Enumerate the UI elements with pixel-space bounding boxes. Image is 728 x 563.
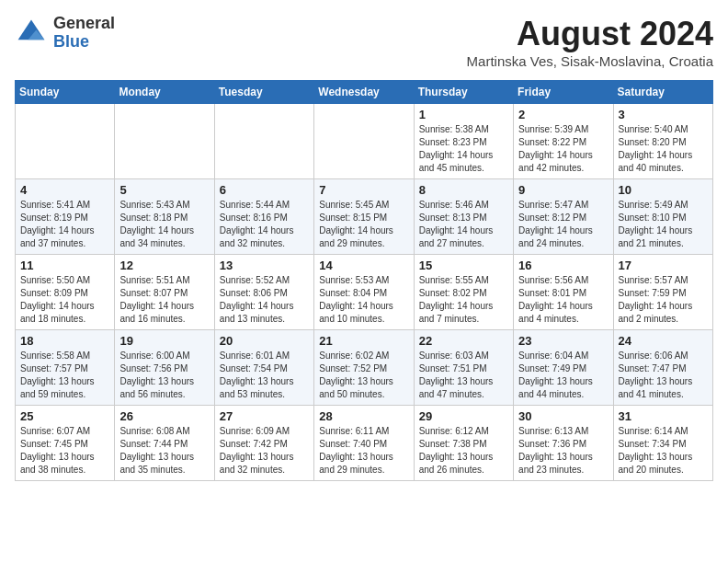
day-info: Sunrise: 5:47 AM Sunset: 8:12 PM Dayligh… <box>518 199 608 250</box>
calendar-cell: 21Sunrise: 6:02 AM Sunset: 7:52 PM Dayli… <box>314 330 414 406</box>
day-number: 13 <box>220 259 309 272</box>
day-info: Sunrise: 5:55 AM Sunset: 8:02 PM Dayligh… <box>419 274 508 326</box>
weekday-header-sunday: Sunday <box>16 81 115 104</box>
day-number: 2 <box>518 108 608 121</box>
weekday-header-monday: Monday <box>115 81 214 104</box>
day-number: 16 <box>518 259 608 272</box>
title-block: August 2024 Martinska Ves, Sisak-Moslavi… <box>467 15 713 69</box>
week-row-1: 1Sunrise: 5:38 AM Sunset: 8:23 PM Daylig… <box>16 104 713 179</box>
calendar-table: SundayMondayTuesdayWednesdayThursdayFrid… <box>15 80 713 481</box>
calendar-cell: 14Sunrise: 5:53 AM Sunset: 8:04 PM Dayli… <box>314 255 414 330</box>
day-number: 1 <box>419 108 508 121</box>
day-number: 14 <box>319 259 408 272</box>
day-number: 22 <box>419 334 508 348</box>
day-number: 29 <box>419 409 508 423</box>
day-info: Sunrise: 6:00 AM Sunset: 7:56 PM Dayligh… <box>119 350 209 401</box>
day-info: Sunrise: 5:45 AM Sunset: 8:15 PM Dayligh… <box>319 199 408 250</box>
calendar-cell: 15Sunrise: 5:55 AM Sunset: 8:02 PM Dayli… <box>414 255 513 330</box>
day-info: Sunrise: 6:01 AM Sunset: 7:54 PM Dayligh… <box>220 350 309 401</box>
day-number: 24 <box>619 334 708 348</box>
calendar-cell: 25Sunrise: 6:07 AM Sunset: 7:45 PM Dayli… <box>16 406 115 481</box>
weekday-header-wednesday: Wednesday <box>314 81 414 104</box>
calendar-cell: 19Sunrise: 6:00 AM Sunset: 7:56 PM Dayli… <box>115 330 214 406</box>
calendar-cell <box>214 104 313 179</box>
day-number: 19 <box>119 334 209 348</box>
day-info: Sunrise: 5:44 AM Sunset: 8:16 PM Dayligh… <box>220 199 309 250</box>
day-info: Sunrise: 6:08 AM Sunset: 7:44 PM Dayligh… <box>119 425 209 477</box>
day-info: Sunrise: 6:11 AM Sunset: 7:40 PM Dayligh… <box>319 425 408 477</box>
day-info: Sunrise: 5:56 AM Sunset: 8:01 PM Dayligh… <box>518 274 608 326</box>
day-number: 17 <box>619 259 708 272</box>
day-number: 7 <box>319 183 408 197</box>
logo: General Blue <box>15 15 115 52</box>
calendar-cell: 12Sunrise: 5:51 AM Sunset: 8:07 PM Dayli… <box>115 255 214 330</box>
day-info: Sunrise: 5:40 AM Sunset: 8:20 PM Dayligh… <box>619 123 708 175</box>
day-info: Sunrise: 5:58 AM Sunset: 7:57 PM Dayligh… <box>20 350 109 401</box>
calendar-cell: 16Sunrise: 5:56 AM Sunset: 8:01 PM Dayli… <box>514 255 613 330</box>
day-info: Sunrise: 5:49 AM Sunset: 8:10 PM Dayligh… <box>619 199 708 250</box>
calendar-cell: 1Sunrise: 5:38 AM Sunset: 8:23 PM Daylig… <box>414 104 513 179</box>
day-number: 25 <box>20 409 109 423</box>
day-number: 27 <box>220 409 309 423</box>
calendar-cell: 6Sunrise: 5:44 AM Sunset: 8:16 PM Daylig… <box>214 179 313 255</box>
calendar-cell <box>115 104 214 179</box>
calendar-cell: 23Sunrise: 6:04 AM Sunset: 7:49 PM Dayli… <box>514 330 613 406</box>
day-info: Sunrise: 5:41 AM Sunset: 8:19 PM Dayligh… <box>20 199 109 250</box>
day-number: 30 <box>518 409 608 423</box>
day-info: Sunrise: 5:43 AM Sunset: 8:18 PM Dayligh… <box>119 199 209 250</box>
calendar-cell <box>314 104 414 179</box>
day-number: 15 <box>419 259 508 272</box>
day-number: 5 <box>119 183 209 197</box>
calendar-cell: 28Sunrise: 6:11 AM Sunset: 7:40 PM Dayli… <box>314 406 414 481</box>
day-number: 28 <box>319 409 408 423</box>
calendar-cell: 26Sunrise: 6:08 AM Sunset: 7:44 PM Dayli… <box>115 406 214 481</box>
calendar-cell: 20Sunrise: 6:01 AM Sunset: 7:54 PM Dayli… <box>214 330 313 406</box>
day-info: Sunrise: 5:51 AM Sunset: 8:07 PM Dayligh… <box>119 274 209 326</box>
logo-text: General Blue <box>53 15 115 52</box>
day-number: 3 <box>619 108 708 121</box>
week-row-2: 4Sunrise: 5:41 AM Sunset: 8:19 PM Daylig… <box>16 179 713 255</box>
day-info: Sunrise: 6:07 AM Sunset: 7:45 PM Dayligh… <box>20 425 109 477</box>
calendar-cell: 10Sunrise: 5:49 AM Sunset: 8:10 PM Dayli… <box>613 179 712 255</box>
calendar-cell: 3Sunrise: 5:40 AM Sunset: 8:20 PM Daylig… <box>613 104 712 179</box>
day-number: 6 <box>220 183 309 197</box>
logo-icon <box>15 17 48 50</box>
weekday-header-thursday: Thursday <box>414 81 513 104</box>
calendar-cell: 31Sunrise: 6:14 AM Sunset: 7:34 PM Dayli… <box>613 406 712 481</box>
day-number: 4 <box>20 183 109 197</box>
page-header: General Blue August 2024 Martinska Ves, … <box>15 15 713 69</box>
day-number: 10 <box>619 183 708 197</box>
week-row-5: 25Sunrise: 6:07 AM Sunset: 7:45 PM Dayli… <box>16 406 713 481</box>
week-row-4: 18Sunrise: 5:58 AM Sunset: 7:57 PM Dayli… <box>16 330 713 406</box>
week-row-3: 11Sunrise: 5:50 AM Sunset: 8:09 PM Dayli… <box>16 255 713 330</box>
calendar-cell: 2Sunrise: 5:39 AM Sunset: 8:22 PM Daylig… <box>514 104 613 179</box>
calendar-cell: 5Sunrise: 5:43 AM Sunset: 8:18 PM Daylig… <box>115 179 214 255</box>
calendar-cell <box>16 104 115 179</box>
day-info: Sunrise: 6:04 AM Sunset: 7:49 PM Dayligh… <box>518 350 608 401</box>
location-subtitle: Martinska Ves, Sisak-Moslavina, Croatia <box>467 53 713 69</box>
day-info: Sunrise: 6:14 AM Sunset: 7:34 PM Dayligh… <box>619 425 708 477</box>
day-info: Sunrise: 6:09 AM Sunset: 7:42 PM Dayligh… <box>220 425 309 477</box>
calendar-cell: 13Sunrise: 5:52 AM Sunset: 8:06 PM Dayli… <box>214 255 313 330</box>
day-number: 11 <box>20 259 109 272</box>
calendar-cell: 24Sunrise: 6:06 AM Sunset: 7:47 PM Dayli… <box>613 330 712 406</box>
day-info: Sunrise: 5:38 AM Sunset: 8:23 PM Dayligh… <box>419 123 508 175</box>
day-info: Sunrise: 5:39 AM Sunset: 8:22 PM Dayligh… <box>518 123 608 175</box>
day-info: Sunrise: 6:03 AM Sunset: 7:51 PM Dayligh… <box>419 350 508 401</box>
day-number: 23 <box>518 334 608 348</box>
day-number: 31 <box>619 409 708 423</box>
calendar-cell: 29Sunrise: 6:12 AM Sunset: 7:38 PM Dayli… <box>414 406 513 481</box>
day-info: Sunrise: 5:46 AM Sunset: 8:13 PM Dayligh… <box>419 199 508 250</box>
calendar-cell: 27Sunrise: 6:09 AM Sunset: 7:42 PM Dayli… <box>214 406 313 481</box>
calendar-cell: 11Sunrise: 5:50 AM Sunset: 8:09 PM Dayli… <box>16 255 115 330</box>
day-number: 18 <box>20 334 109 348</box>
day-number: 9 <box>518 183 608 197</box>
weekday-header-saturday: Saturday <box>613 81 712 104</box>
weekday-header-row: SundayMondayTuesdayWednesdayThursdayFrid… <box>16 81 713 104</box>
calendar-cell: 18Sunrise: 5:58 AM Sunset: 7:57 PM Dayli… <box>16 330 115 406</box>
day-info: Sunrise: 5:52 AM Sunset: 8:06 PM Dayligh… <box>220 274 309 326</box>
calendar-cell: 22Sunrise: 6:03 AM Sunset: 7:51 PM Dayli… <box>414 330 513 406</box>
weekday-header-tuesday: Tuesday <box>214 81 313 104</box>
calendar-cell: 8Sunrise: 5:46 AM Sunset: 8:13 PM Daylig… <box>414 179 513 255</box>
day-number: 8 <box>419 183 508 197</box>
